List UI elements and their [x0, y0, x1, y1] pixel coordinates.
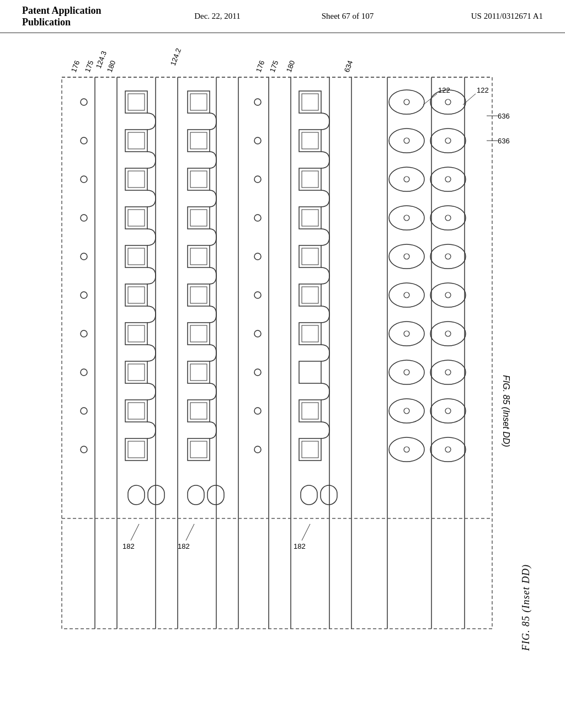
svg-point-88 — [254, 369, 261, 376]
svg-point-89 — [254, 408, 261, 414]
svg-rect-62 — [302, 94, 318, 110]
svg-text:180: 180 — [285, 60, 297, 74]
svg-line-155 — [131, 524, 139, 540]
svg-text:182: 182 — [122, 542, 135, 550]
ref-180-left: 180 — [105, 60, 118, 74]
ref-176-left: 176 — [70, 60, 82, 74]
svg-point-108 — [430, 244, 466, 269]
svg-point-50 — [81, 215, 87, 221]
svg-point-124 — [445, 99, 451, 105]
svg-rect-78 — [302, 403, 318, 419]
svg-point-54 — [81, 369, 87, 376]
svg-rect-75 — [299, 361, 321, 383]
svg-rect-16 — [128, 248, 145, 265]
svg-text:176: 176 — [254, 60, 266, 74]
svg-rect-68 — [302, 210, 318, 226]
svg-text:636: 636 — [498, 112, 510, 120]
svg-rect-138 — [301, 485, 317, 505]
ref-175-left: 175 — [83, 60, 95, 74]
svg-rect-27 — [188, 91, 210, 113]
svg-point-86 — [254, 292, 261, 298]
svg-rect-32 — [190, 171, 207, 188]
svg-rect-65 — [299, 168, 321, 190]
svg-point-111 — [430, 360, 466, 384]
svg-rect-64 — [302, 132, 318, 149]
svg-point-110 — [430, 322, 466, 346]
svg-point-84 — [254, 215, 261, 221]
svg-point-51 — [81, 253, 87, 260]
svg-point-109 — [430, 283, 466, 307]
svg-rect-29 — [188, 130, 210, 152]
svg-point-55 — [81, 408, 87, 414]
sheet-info: Sheet 67 of 107 — [282, 12, 413, 21]
svg-rect-9 — [125, 130, 147, 152]
svg-rect-35 — [188, 245, 210, 267]
svg-rect-46 — [190, 441, 207, 458]
svg-point-94 — [389, 90, 424, 114]
svg-rect-69 — [299, 245, 321, 267]
svg-line-159 — [302, 524, 310, 540]
svg-rect-72 — [302, 287, 318, 303]
patent-number: US 2011/0312671 A1 — [413, 12, 543, 21]
svg-point-131 — [445, 370, 451, 375]
svg-point-83 — [254, 176, 261, 183]
ref-124-3: 124.3 — [94, 50, 108, 69]
svg-text:122: 122 — [477, 86, 489, 94]
svg-rect-34 — [190, 210, 207, 226]
svg-point-101 — [389, 360, 424, 384]
svg-point-120 — [404, 331, 409, 336]
svg-point-114 — [404, 99, 409, 105]
svg-rect-12 — [128, 171, 145, 188]
svg-rect-14 — [128, 210, 145, 226]
svg-point-106 — [430, 167, 466, 191]
svg-point-82 — [254, 137, 261, 144]
svg-point-53 — [81, 330, 87, 337]
svg-point-125 — [445, 138, 451, 143]
svg-point-107 — [430, 206, 466, 230]
svg-rect-79 — [299, 438, 321, 461]
svg-rect-42 — [190, 364, 207, 381]
svg-point-100 — [389, 322, 424, 346]
svg-point-121 — [404, 370, 409, 375]
svg-rect-40 — [190, 325, 207, 342]
svg-rect-33 — [188, 207, 210, 229]
svg-rect-25 — [125, 438, 147, 461]
svg-rect-66 — [302, 171, 318, 188]
svg-point-122 — [404, 408, 409, 414]
svg-rect-41 — [188, 361, 210, 383]
svg-point-118 — [404, 254, 409, 259]
svg-point-127 — [445, 215, 451, 221]
svg-point-133 — [445, 447, 451, 452]
svg-text:634: 634 — [343, 60, 355, 74]
svg-rect-31 — [188, 168, 210, 190]
svg-rect-23 — [125, 400, 147, 422]
svg-point-49 — [81, 176, 87, 183]
svg-rect-22 — [128, 364, 145, 381]
svg-point-85 — [254, 253, 261, 260]
svg-line-157 — [186, 524, 194, 540]
svg-rect-137 — [207, 485, 224, 505]
svg-rect-77 — [299, 400, 321, 422]
svg-point-117 — [404, 215, 409, 221]
svg-rect-24 — [128, 403, 145, 419]
svg-point-103 — [389, 437, 424, 462]
svg-rect-67 — [299, 207, 321, 229]
svg-rect-36 — [190, 248, 207, 265]
svg-text:124.2: 124.2 — [169, 47, 183, 67]
svg-point-123 — [404, 447, 409, 452]
svg-rect-18 — [128, 287, 145, 303]
svg-point-115 — [404, 138, 409, 143]
svg-point-96 — [389, 167, 424, 191]
svg-point-56 — [81, 446, 87, 453]
svg-point-95 — [389, 129, 424, 153]
svg-rect-7 — [125, 91, 147, 113]
svg-rect-19 — [125, 323, 147, 345]
svg-point-52 — [81, 292, 87, 298]
svg-point-105 — [430, 129, 466, 153]
patent-drawing: 176 175 124.3 180 124.2 176 175 180 634 … — [33, 44, 532, 695]
svg-point-130 — [445, 331, 451, 336]
svg-rect-15 — [125, 245, 147, 267]
svg-point-102 — [389, 399, 424, 423]
svg-rect-45 — [188, 438, 210, 461]
svg-point-87 — [254, 330, 261, 337]
